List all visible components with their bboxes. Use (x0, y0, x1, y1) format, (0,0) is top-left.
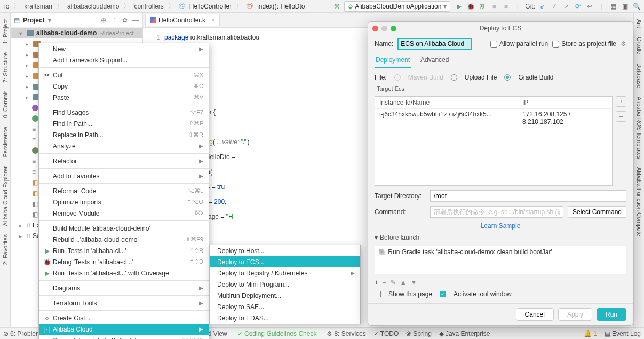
zoom-icon[interactable] (391, 26, 396, 31)
menu-item[interactable]: Refactor▶ (39, 155, 209, 167)
close-icon[interactable] (372, 26, 378, 31)
breadcrumb[interactable]: io〉 kraftsman〉 alibabaclouddemo〉 control… (3, 2, 306, 11)
build-icon[interactable]: ⚒ (334, 3, 340, 10)
project-title[interactable]: Project (23, 17, 45, 24)
git-revert-icon[interactable]: ↩ (585, 3, 594, 10)
rail-project[interactable]: 1: Project (2, 17, 9, 46)
settings-icon[interactable]: ✿ (121, 17, 129, 24)
search-icon[interactable]: 🔍 (632, 3, 641, 10)
menu-item[interactable]: ○Create Gist... (39, 312, 209, 324)
menu-item[interactable]: Analyze▶ (39, 140, 209, 152)
learn-sample-link[interactable]: Learn Sample (375, 222, 626, 230)
command-input[interactable] (430, 206, 563, 218)
bc-0[interactable]: io (3, 3, 10, 10)
rail-commit[interactable]: 0: Commit (2, 89, 9, 120)
layout-icon[interactable]: ▦ (609, 3, 617, 10)
menu-item[interactable]: New▶ (39, 43, 209, 54)
close-icon[interactable]: × (211, 17, 215, 24)
remove-ecs-button[interactable]: – (616, 111, 626, 122)
menu-item[interactable]: Reformat Code⌥⌘L (39, 185, 209, 196)
tab-advanced[interactable]: Advanced (419, 53, 450, 68)
menu-item[interactable]: Rebuild ..'alibaba-cloud-demo'⇧⌘F9 (39, 234, 209, 245)
menu-item[interactable]: Find Usages⌥F7 (39, 107, 209, 118)
rail-ros[interactable]: Alibaba ROS Templates (636, 94, 642, 161)
submenu-item[interactable]: Deploy to Host... (210, 245, 360, 256)
menu-item[interactable]: Build Module 'alibaba-cloud-demo' (39, 223, 209, 234)
menu-item[interactable]: Terraform Tools▶ (39, 297, 209, 309)
sb-notification[interactable]: 🔔 1 (584, 330, 597, 337)
target-dir-input[interactable] (430, 190, 626, 202)
collapse-icon[interactable]: ÷ (110, 17, 118, 24)
bc-4[interactable]: HelloController (188, 3, 233, 10)
move-down-icon[interactable]: ▼ (411, 279, 417, 286)
coverage-icon[interactable]: ⛨ (478, 3, 487, 10)
rail-structure[interactable]: 7: Structure (2, 50, 9, 85)
rail-function[interactable]: Alibaba Function Compute (636, 165, 642, 239)
menu-item[interactable]: [·]Alibaba Cloud▶ (39, 324, 209, 335)
menu-item[interactable]: Find in Path...⇧⌘F (39, 118, 209, 129)
radio-gradle[interactable] (504, 74, 511, 81)
select-command-button[interactable]: Select Command (568, 206, 626, 218)
cancel-button[interactable]: Cancel (516, 308, 554, 321)
git-update-icon[interactable]: ↙ (538, 3, 547, 10)
run-button[interactable]: Run (597, 308, 626, 321)
menu-item[interactable]: ✂Cut⌘X (39, 69, 209, 81)
edit-task-icon[interactable]: ✎ (391, 279, 396, 286)
activate-tool-checkbox[interactable] (440, 291, 446, 297)
menu-item[interactable]: Add Framework Support... (39, 54, 209, 66)
menu-item[interactable]: Diagrams▶ (39, 282, 209, 294)
rail-database[interactable]: Database (636, 61, 642, 90)
git-push-icon[interactable]: ↗ (562, 3, 570, 10)
minimize-icon[interactable] (381, 26, 387, 31)
rail-gradle[interactable]: Gradle (636, 35, 642, 57)
editor-tab[interactable]: HelloController.kt × (145, 14, 220, 26)
config-name-input[interactable] (397, 38, 472, 50)
rail-persistence[interactable]: Persistence (2, 124, 9, 159)
bc-1[interactable]: kraftsman (23, 3, 53, 10)
submenu-item[interactable]: Deploy to Registry / Kubernetes▶ (210, 267, 360, 279)
move-up-icon[interactable]: ▲ (400, 279, 407, 286)
target-ecs-table[interactable]: Instance Id/Name IP i-j6c34hxk5wub5wbtti… (375, 96, 613, 186)
table-row[interactable]: i-j6c34hxk5wub5wbtti1z / iZj6c34hxk5... … (375, 109, 612, 127)
bc-3[interactable]: controllers (133, 3, 164, 10)
menu-item[interactable]: Convert Java File to Kotlin File⌥⇧⌘K (39, 335, 209, 339)
tree-root[interactable]: ▾ alibaba-cloud-demo ~/IdeaProject (11, 28, 142, 38)
menu-item[interactable]: Copy⌘C (39, 81, 209, 92)
before-launch-list[interactable]: 🐘 Run Gradle task 'alibaba-cloud-demo: c… (375, 246, 626, 274)
gear-icon[interactable]: ⚙ (621, 40, 626, 48)
sb-coding-guidelines[interactable]: ✓ Coding Guidelines Check (235, 329, 320, 338)
git-history-icon[interactable]: ⟳ (574, 3, 582, 10)
show-page-checkbox[interactable] (375, 291, 381, 297)
menu-item[interactable]: Optimize Imports⌃⌥O (39, 196, 209, 208)
submenu-item[interactable]: Deploy to EDAS... (210, 312, 360, 324)
stop-icon-2[interactable]: ■ (502, 3, 510, 10)
submenu-item[interactable]: Deploy to Mini Program... (210, 279, 360, 290)
locate-icon[interactable]: ⊕ (100, 17, 107, 24)
submenu-item[interactable]: Multirun Deployment... (210, 290, 360, 301)
menu-item[interactable]: Add to Favorites▶ (39, 170, 209, 182)
rail-ant[interactable]: Ant (636, 17, 642, 30)
tab-deployment[interactable]: Deployment (375, 53, 411, 68)
debug-icon[interactable]: 🐞 (466, 3, 475, 10)
run-icon[interactable]: ▶ (455, 3, 463, 10)
bc-5[interactable]: index(): HelloDto (256, 3, 306, 10)
sb-todo[interactable]: ✓ TODO (373, 330, 399, 337)
allow-parallel-checkbox[interactable]: Allow parallel run (490, 40, 548, 48)
menu-item[interactable]: Paste⌘V (39, 92, 209, 103)
submenu-item[interactable]: Deploy to ECS... (210, 256, 360, 267)
rail-favorites[interactable]: 2: Favorites (2, 232, 9, 267)
submenu-item[interactable]: Deploy to SAE... (210, 301, 360, 312)
radio-upload[interactable] (451, 74, 457, 81)
menu-item[interactable]: 🐞Debug 'Tests in 'alibaba-cl...'⌃⇧D (39, 256, 209, 267)
panel-icon[interactable]: ▣ (621, 3, 629, 10)
before-launch-section[interactable]: ▾ Before launch (375, 234, 626, 241)
rail-alibaba-explorer[interactable]: Alibaba Cloud Explorer (2, 164, 9, 228)
stop-icon[interactable]: ■ (490, 3, 498, 10)
sb-java-enterprise[interactable]: ◆ Java Enterprise (439, 330, 490, 337)
run-config-selector[interactable]: ⬙ AlibabaCloudDemoApplication ▾ (344, 1, 450, 12)
menu-item[interactable]: Replace in Path...⇧⌘R (39, 129, 209, 140)
sb-spring[interactable]: ❀ Spring (406, 330, 432, 337)
menu-item[interactable]: Remove Module⌦ (39, 208, 209, 219)
chevron-down-icon[interactable]: ▾ (48, 17, 51, 24)
add-task-icon[interactable]: + (375, 279, 378, 286)
